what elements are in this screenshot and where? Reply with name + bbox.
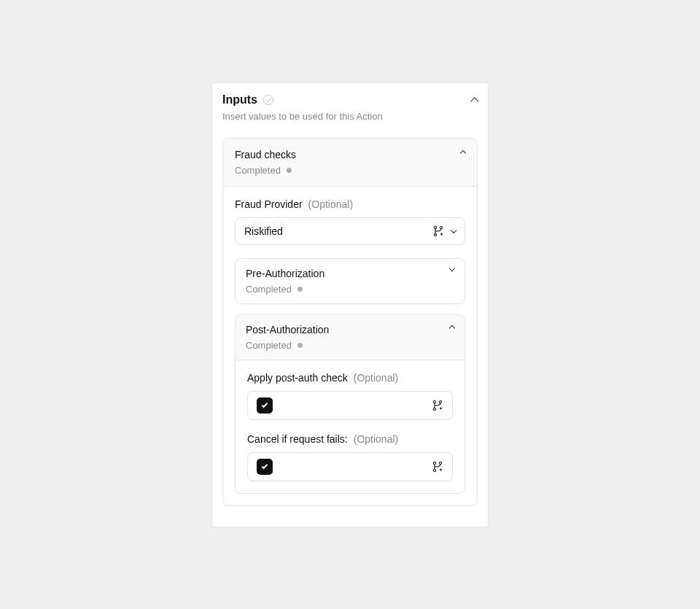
chevron-up-icon <box>460 150 466 155</box>
fraud-provider-label-row: Fraud Provider (Optional) <box>235 198 465 210</box>
status-dot-icon <box>287 168 292 173</box>
cancel-if-fails-label: Cancel if request fails: <box>247 433 348 445</box>
section-post-authorization: Post-Authorization Completed Apply post-… <box>235 314 465 494</box>
svg-point-4 <box>439 400 441 403</box>
fraud-provider-value: Riskified <box>244 225 283 237</box>
pre-authorization-title: Pre-Authorization <box>246 268 324 279</box>
check-icon <box>262 401 268 407</box>
optional-label: (Optional) <box>308 198 353 210</box>
post-authorization-title: Post-Authorization <box>246 324 329 335</box>
svg-point-1 <box>440 226 442 228</box>
section-fraud-checks-header[interactable]: Fraud checks Completed <box>223 139 477 187</box>
section-pre-authorization: Pre-Authorization Completed <box>235 258 465 304</box>
svg-point-6 <box>433 462 435 464</box>
field-cancel-if-request-fails: Cancel if request fails: (Optional) <box>247 433 453 481</box>
svg-point-7 <box>439 462 441 464</box>
apply-post-auth-label-row: Apply post-auth check (Optional) <box>247 372 453 384</box>
svg-point-3 <box>433 400 435 403</box>
fraud-provider-select[interactable]: Riskified <box>235 217 465 245</box>
apply-post-auth-label: Apply post-auth check <box>247 372 348 384</box>
panel-title-wrap: Inputs <box>222 93 273 106</box>
optional-label: (Optional) <box>354 433 398 445</box>
post-authorization-status: Completed <box>246 340 329 351</box>
post-authorization-body: Apply post-auth check (Optional) <box>236 360 464 493</box>
cancel-if-fails-label-row: Cancel if request fails: (Optional) <box>247 433 453 445</box>
checkbox-checked[interactable] <box>257 459 273 475</box>
panel-collapse-toggle[interactable] <box>470 97 478 105</box>
panel-title: Inputs <box>222 93 257 106</box>
fraud-provider-label: Fraud Provider <box>235 198 303 210</box>
chevron-up-icon <box>449 325 455 330</box>
post-authorization-header[interactable]: Post-Authorization Completed <box>236 315 464 360</box>
section-fraud-checks: Fraud checks Completed Fraud Provider (O… <box>222 138 478 506</box>
branch-plus-icon[interactable] <box>432 461 443 473</box>
fraud-checks-body: Fraud Provider (Optional) Riskified <box>223 187 477 505</box>
fraud-checks-status: Completed <box>235 165 296 176</box>
inputs-panel: Inputs Insert values to be used for this… <box>211 82 489 527</box>
chevron-down-icon <box>451 227 456 233</box>
check-icon <box>262 462 268 468</box>
apply-post-auth-input[interactable] <box>247 391 453 420</box>
fraud-checks-title: Fraud checks <box>235 149 296 160</box>
svg-point-8 <box>433 469 435 471</box>
status-dot-icon <box>298 287 303 292</box>
cancel-if-fails-input[interactable] <box>247 452 453 481</box>
branch-plus-icon[interactable] <box>432 400 443 411</box>
branch-plus-icon[interactable] <box>432 225 444 237</box>
svg-point-2 <box>434 233 436 236</box>
optional-label: (Optional) <box>354 372 398 384</box>
panel-subtitle: Insert values to be used for this Action <box>222 111 478 122</box>
pre-authorization-header[interactable]: Pre-Authorization Completed <box>236 259 464 303</box>
pre-authorization-status: Completed <box>246 284 324 295</box>
panel-header: Inputs <box>222 93 478 106</box>
svg-point-5 <box>433 408 435 410</box>
field-apply-post-auth-check: Apply post-auth check (Optional) <box>247 372 453 420</box>
field-fraud-provider: Fraud Provider (Optional) Riskified <box>235 198 465 245</box>
svg-point-0 <box>434 226 436 228</box>
check-circle-icon <box>263 95 273 105</box>
checkbox-checked[interactable] <box>257 397 273 414</box>
status-dot-icon <box>298 343 303 348</box>
chevron-down-icon <box>449 265 455 271</box>
